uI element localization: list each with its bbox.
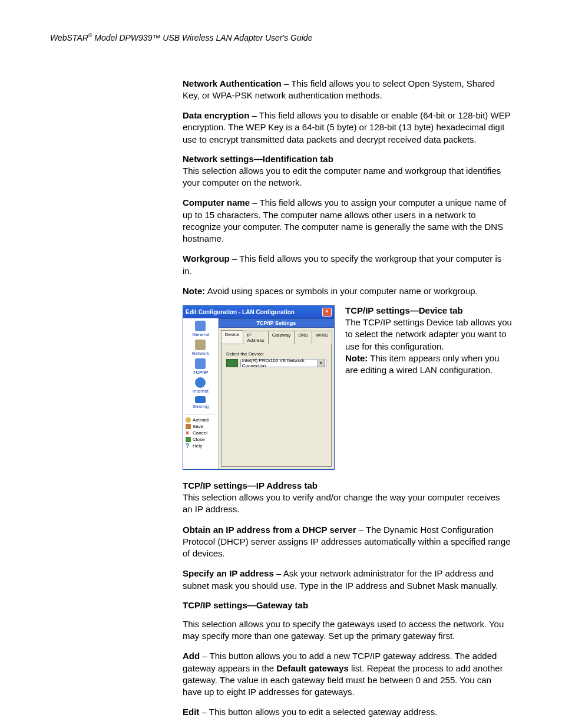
text-workgroup: – This field allows you to specify the w… (183, 253, 501, 275)
label-net-auth: Network Authentication (183, 78, 282, 88)
para-specify-ip: Specify an IP address – Ask your network… (183, 568, 512, 592)
action-label: Cancel (193, 430, 207, 436)
label-computer-name: Computer name (183, 197, 250, 207)
para-note-spaces: Note: Avoid using spaces or symbols in y… (183, 285, 512, 297)
sidebar-item-tcpip[interactable]: TCP/IP (193, 358, 209, 375)
heading-gateway-tab: TCP/IP settings—Gateway tab (183, 600, 512, 610)
action-cancel[interactable]: ×Cancel (184, 430, 217, 436)
heading-ip-tab: TCP/IP settings—IP Address tab (183, 480, 512, 490)
sidebar-label: Internet (193, 389, 209, 394)
tab-dns[interactable]: DNS (294, 331, 312, 344)
para-id-tab: This selection allows you to edit the co… (183, 165, 512, 189)
banner-tcpip-settings: TCP/IP Settings (219, 318, 334, 328)
sidebar-item-sharing[interactable]: Sharing (193, 396, 209, 409)
cancel-icon: × (186, 430, 191, 436)
screenshot-window: Edit Configuration - LAN Configuration ×… (183, 305, 335, 470)
nic-icon (226, 359, 238, 367)
label-edit: Edit (183, 707, 199, 717)
label-add: Add (183, 651, 200, 661)
sharing-icon (195, 396, 206, 403)
label-note2: Note: (345, 353, 368, 363)
action-help[interactable]: ?Help (184, 443, 217, 449)
sidebar-item-internet[interactable]: Internet (193, 377, 209, 394)
para-ip-tab: This selection allows you to verify and/… (183, 492, 512, 516)
action-close[interactable]: Close (184, 436, 217, 443)
help-icon: ? (186, 443, 191, 449)
para-edit: Edit – This button allows you to edit a … (183, 706, 512, 718)
network-icon (195, 340, 206, 350)
text-edit: – This button allows you to edit a selec… (199, 707, 437, 717)
label-dhcp: Obtain an IP address from a DHCP server (183, 525, 356, 535)
heading-id-tab: Network settings—Identification tab (183, 154, 512, 164)
label-data-enc: Data encryption (183, 110, 249, 120)
para-data-enc: Data encryption – This field allows you … (183, 110, 512, 146)
device-dropdown[interactable]: Intel(R) PRO/100 VE Network Connection ▾ (240, 360, 326, 367)
tab-wins[interactable]: WINS (312, 331, 332, 344)
window-title: Edit Configuration - LAN Configuration (186, 309, 295, 315)
tab-ip-address[interactable]: IP Address (243, 331, 268, 344)
close-action-icon (186, 437, 191, 442)
sidebar-item-network[interactable]: Network (192, 340, 209, 356)
general-icon (195, 321, 206, 331)
action-label: Help (193, 443, 202, 449)
sidebar: General Network TCP/IP Internet Sharing … (183, 318, 219, 469)
text-note1: Avoid using spaces or symbols in your co… (205, 286, 477, 296)
save-icon (186, 424, 191, 429)
para-gateway-tab: This selection allows you to specify the… (183, 618, 512, 643)
header-rest: Model DPW939™ USB Wireless LAN Adapter U… (92, 33, 312, 42)
tcpip-icon (195, 358, 206, 369)
sidebar-label: TCP/IP (193, 370, 209, 375)
action-save[interactable]: Save (184, 423, 217, 430)
tab-pane-device: Select the Device: Intel(R) PRO/100 VE N… (221, 344, 332, 467)
running-header: WebSTAR® Model DPW939™ USB Wireless LAN … (50, 32, 512, 42)
tab-gateway[interactable]: Gateway (268, 331, 295, 344)
brand: WebSTAR (50, 33, 88, 42)
close-icon[interactable]: × (322, 308, 332, 317)
tab-device[interactable]: Device (221, 330, 243, 344)
text-note2: This item appears only when you are edit… (345, 353, 500, 375)
internet-icon (195, 377, 206, 388)
action-label: Save (193, 424, 203, 429)
para-computer-name: Computer name – This field allows you to… (183, 197, 512, 245)
action-label: Close (193, 437, 204, 442)
action-activate[interactable]: Activate (184, 417, 217, 423)
action-label: Activate (193, 417, 209, 423)
para-workgroup: Workgroup – This field allows you to spe… (183, 253, 512, 277)
label-note1: Note: (183, 286, 205, 296)
label-workgroup: Workgroup (183, 253, 230, 263)
chevron-down-icon: ▾ (318, 360, 325, 367)
device-field-label: Select the Device: (226, 351, 326, 357)
para-dhcp: Obtain an IP address from a DHCP server … (183, 524, 512, 560)
device-selected-value: Intel(R) PRO/100 VE Network Connection (242, 358, 318, 368)
tabstrip: Device IP Address Gateway DNS WINS (221, 330, 332, 344)
para-add: Add – This button allows you to add a ne… (183, 650, 512, 698)
window-titlebar: Edit Configuration - LAN Configuration × (183, 306, 334, 318)
label-specify-ip: Specify an IP address (183, 568, 274, 578)
activate-icon (186, 417, 191, 423)
para-net-auth: Network Authentication – This field allo… (183, 78, 512, 102)
sidebar-item-general[interactable]: General (192, 321, 209, 337)
sidebar-label: Network (192, 351, 209, 356)
label-default-gw: Default gateways (276, 663, 349, 673)
sidebar-label: General (192, 332, 209, 337)
sidebar-label: Sharing (193, 404, 209, 409)
